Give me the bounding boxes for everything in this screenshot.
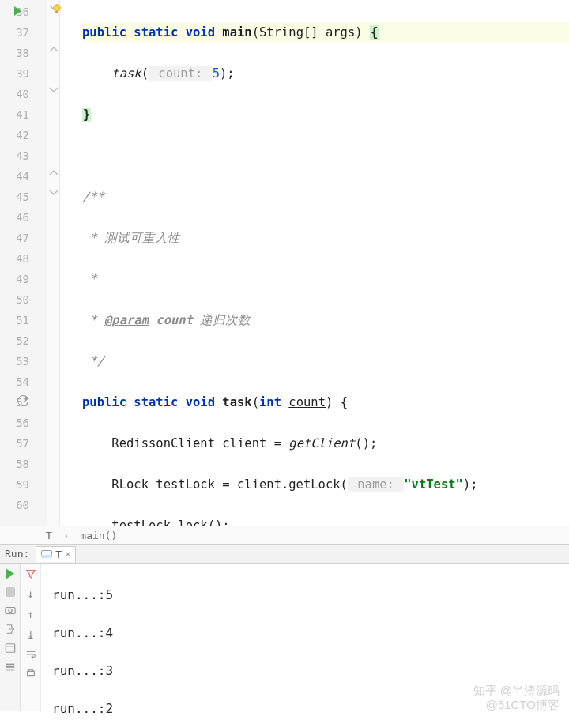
line-number: 59	[16, 478, 29, 491]
code-line[interactable]: task( count: 5);	[82, 63, 569, 84]
fold-close-icon[interactable]	[49, 168, 58, 177]
output-line: run...:4	[52, 624, 569, 643]
line-number: 48	[16, 252, 29, 265]
code-area[interactable]: public static void main(String[] args) {…	[60, 0, 569, 526]
line-number: 43	[16, 149, 29, 162]
camera-icon[interactable]	[5, 605, 16, 616]
svg-rect-4	[6, 644, 14, 653]
code-line[interactable]: RedissonClient client = getClient();	[82, 433, 569, 454]
line-number: 52	[16, 334, 29, 347]
breadcrumb-item[interactable]: T	[46, 530, 52, 541]
run-tool-window-header: Run: T ×	[0, 545, 569, 564]
line-number: 51	[16, 314, 29, 326]
run-tab-name: T	[55, 549, 62, 560]
code-line[interactable]: /**	[82, 187, 569, 207]
code-line[interactable]: }	[82, 104, 569, 125]
code-line[interactable]: public static void task(int count) {	[82, 392, 569, 413]
svg-rect-8	[6, 670, 14, 671]
svg-point-3	[8, 609, 11, 612]
filter-icon[interactable]	[25, 568, 36, 579]
fold-close-icon[interactable]	[49, 44, 58, 54]
line-number: 58	[16, 458, 29, 470]
code-line[interactable]: * @param count 递归次数	[82, 310, 569, 330]
run-line-icon[interactable]	[14, 6, 21, 16]
output-line: run...:3	[52, 662, 569, 681]
run-label: Run:	[5, 548, 29, 560]
line-number: 44	[16, 170, 29, 183]
line-number: 41	[16, 108, 29, 121]
line-number: 38	[16, 47, 29, 59]
svg-rect-10	[28, 670, 32, 672]
line-number: 53	[16, 355, 29, 368]
run-config-tab[interactable]: T ×	[36, 546, 76, 562]
layout-icon[interactable]	[5, 643, 16, 654]
svg-rect-6	[6, 664, 14, 666]
svg-rect-7	[6, 666, 14, 668]
line-number: 39	[16, 67, 29, 80]
run-toolbar-primary	[0, 564, 21, 711]
settings-icon[interactable]	[5, 662, 16, 673]
recursive-call-icon[interactable]	[17, 392, 28, 413]
line-number: 50	[16, 293, 29, 306]
stop-icon[interactable]	[6, 587, 15, 597]
svg-rect-2	[5, 608, 14, 614]
scroll-down-icon[interactable]: ↓	[27, 587, 33, 600]
output-line: run...:5	[52, 586, 569, 605]
fold-strip	[47, 0, 60, 526]
fold-open-icon[interactable]	[49, 188, 58, 198]
soft-wrap-icon[interactable]	[25, 649, 36, 660]
line-number: 49	[16, 273, 29, 285]
code-editor[interactable]: 36 37 38 39 40 41 42 43 44 45 46 47 48 4…	[0, 0, 569, 526]
line-number: 60	[16, 499, 29, 511]
close-icon[interactable]: ×	[65, 549, 70, 560]
breadcrumb-separator: ›	[63, 530, 70, 541]
line-number: 46	[16, 211, 29, 224]
code-line[interactable]: RLock testLock = client.getLock( name: "…	[82, 474, 569, 495]
scroll-up-icon[interactable]: ↑	[27, 608, 33, 620]
svg-rect-9	[27, 671, 34, 675]
intention-bulb-icon[interactable]	[51, 3, 63, 16]
line-number: 40	[16, 88, 29, 100]
breadcrumb-item[interactable]: main()	[80, 530, 117, 541]
fold-open-icon[interactable]	[49, 85, 58, 95]
run-toolbar-secondary: ↓ ↑ ⤓	[21, 564, 41, 711]
code-line[interactable]: * 测试可重入性	[82, 228, 569, 248]
code-line[interactable]: testLock.lock();	[82, 515, 569, 526]
code-line[interactable]: */	[82, 351, 569, 372]
line-number-gutter: 36 37 38 39 40 41 42 43 44 45 46 47 48 4…	[0, 0, 47, 526]
watermark: 知乎 @半渣源码 @51CTO博客	[473, 684, 560, 712]
svg-rect-1	[55, 11, 58, 13]
line-number: 56	[16, 417, 29, 429]
scroll-end-icon[interactable]: ⤓	[26, 628, 36, 641]
line-number: 42	[16, 129, 29, 141]
line-number: 47	[16, 232, 29, 244]
rerun-icon[interactable]	[6, 568, 14, 579]
code-line[interactable]	[82, 145, 569, 166]
panel-icon	[41, 550, 52, 558]
code-line[interactable]: public static void main(String[] args) {	[82, 22, 569, 43]
line-number: 37	[16, 26, 29, 39]
line-number: 45	[16, 190, 29, 203]
exit-icon[interactable]	[5, 624, 16, 635]
print-icon[interactable]	[25, 668, 36, 679]
breadcrumb[interactable]: T › main()	[0, 526, 569, 545]
line-number: 57	[16, 437, 29, 450]
code-line[interactable]: *	[82, 269, 569, 289]
svg-point-0	[54, 5, 60, 11]
line-number: 54	[16, 375, 29, 388]
